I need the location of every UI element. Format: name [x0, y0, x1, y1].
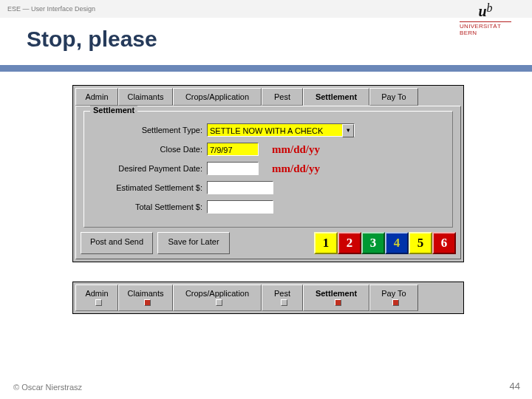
alt-tab-pest[interactable]: Pest — [262, 284, 303, 311]
university-logo: ub UNIVERSITÄT BERN — [460, 3, 511, 37]
color-button-4[interactable]: 4 — [385, 232, 409, 254]
settlement-type-select[interactable]: SETTLE NOW WITH A CHECK ▾ — [207, 123, 355, 137]
chevron-down-icon[interactable]: ▾ — [342, 124, 354, 137]
tab-admin[interactable]: Admin — [75, 88, 118, 106]
status-indicator-icon — [335, 299, 341, 306]
alt-tab-crops-application[interactable]: Crops/Application — [173, 284, 262, 311]
close-date-hint: mm/dd/yy — [272, 143, 320, 156]
tab-pest[interactable]: Pest — [262, 88, 303, 106]
color-button-1[interactable]: 1 — [314, 232, 338, 254]
status-indicator-icon — [95, 299, 102, 306]
accent-bar — [0, 65, 532, 72]
tab-row: Admin Claimants Crops/Application Pest S… — [73, 86, 463, 106]
close-date-input[interactable]: 7/9/97 — [207, 143, 259, 156]
tab-payto[interactable]: Pay To — [369, 88, 418, 106]
alt-tab-strip: AdminClaimantsCrops/ApplicationPestSettl… — [72, 282, 464, 314]
alt-tab-admin[interactable]: Admin — [75, 284, 118, 311]
est-settlement-label: Estimated Settlement $: — [92, 183, 202, 192]
settlement-type-value: SETTLE NOW WITH A CHECK — [210, 126, 323, 135]
save-for-later-button[interactable]: Save for Later — [157, 232, 230, 254]
page-title: Stop, please — [27, 27, 532, 52]
footer-copyright: © Oscar Nierstrasz — [13, 383, 82, 392]
alt-tab-settlement[interactable]: Settlement — [303, 284, 369, 311]
desired-payment-label: Desired Payment Date: — [92, 164, 202, 173]
color-button-6[interactable]: 6 — [432, 232, 456, 254]
status-indicator-icon — [392, 299, 399, 306]
status-indicator-icon — [144, 299, 151, 306]
logo-line2: BERN — [460, 30, 511, 37]
alt-tab-pay-to[interactable]: Pay To — [369, 284, 418, 311]
settlement-group: Settlement Settlement Type: SETTLE NOW W… — [83, 111, 453, 228]
logo-b-glyph: b — [487, 1, 493, 14]
settlement-dialog: Admin Claimants Crops/Application Pest S… — [72, 85, 464, 262]
breadcrumb: ESE — User Interface Design — [7, 5, 95, 13]
total-settlement-label: Total Settlement $: — [92, 202, 202, 211]
settlement-type-label: Settlement Type: — [92, 126, 202, 134]
desired-payment-hint: mm/dd/yy — [272, 163, 320, 175]
total-settlement-input[interactable] — [207, 200, 273, 214]
page-number: 44 — [510, 381, 520, 392]
color-button-2[interactable]: 2 — [338, 232, 361, 254]
status-indicator-icon — [216, 299, 222, 306]
alt-tab-claimants[interactable]: Claimants — [118, 284, 173, 311]
est-settlement-input[interactable] — [207, 181, 273, 194]
color-button-5[interactable]: 5 — [409, 232, 432, 254]
close-date-label: Close Date: — [92, 145, 202, 154]
tab-claimants[interactable]: Claimants — [118, 88, 173, 106]
tab-settlement[interactable]: Settlement — [303, 88, 369, 106]
desired-payment-input[interactable] — [207, 162, 259, 175]
group-label: Settlement — [90, 106, 137, 115]
logo-u-glyph: u — [478, 3, 486, 19]
color-button-3[interactable]: 3 — [361, 232, 385, 254]
color-buttons: 123456 — [314, 232, 456, 254]
tab-crops[interactable]: Crops/Application — [173, 88, 262, 106]
status-indicator-icon — [281, 299, 287, 306]
post-and-send-button[interactable]: Post and Send — [81, 232, 153, 254]
